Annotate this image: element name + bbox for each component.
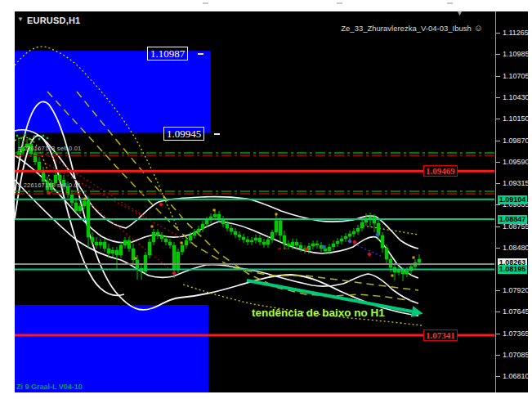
signal-dot-icon xyxy=(38,138,41,141)
axis-price-label: 1.09870 xyxy=(503,137,530,145)
indicator-name-label: Ze_33_Zhuravlerezka_V-04-03_Ibush☺ xyxy=(341,23,483,33)
range-bottom-tick xyxy=(214,133,220,135)
axis-price-label: 1.10150 xyxy=(503,114,530,123)
signal-marker-icon xyxy=(213,209,216,212)
bb-lower-curve xyxy=(15,180,418,303)
candles xyxy=(17,137,421,281)
axis-level-price-tag: 1.08847 xyxy=(498,215,527,224)
axis-level-price-tag: 1.09104 xyxy=(498,195,527,204)
trend-annotation-text[interactable]: tendência de baixo no H1 xyxy=(252,307,385,319)
indicator-name-text: Ze_33_Zhuravlerezka_V-04-03_Ibush xyxy=(341,24,472,33)
sell-marker-icon xyxy=(352,240,357,244)
axis-price-label: 1.06810 xyxy=(503,372,530,380)
resistance-price-label[interactable]: 1.09469 xyxy=(423,165,458,177)
chart-shift-marker-icon[interactable]: ▼ xyxy=(456,9,463,17)
axis-tick-mark xyxy=(496,183,500,184)
signal-marker-icon xyxy=(84,198,87,200)
axis-tick-mark xyxy=(496,355,500,356)
price-axis-separator xyxy=(495,11,496,392)
axis-tick-mark xyxy=(496,162,500,163)
trade-label: # 226167113 sell 0.01 xyxy=(18,145,81,152)
axis-price-label: 1.08480 xyxy=(503,244,530,252)
sell-marker-icon xyxy=(159,202,163,207)
buy-marker-icon xyxy=(347,239,352,244)
signal-dot-icon xyxy=(20,137,23,140)
axis-price-label: 1.07365 xyxy=(503,330,530,338)
axis-tick-mark xyxy=(496,97,500,98)
axis-price-label: 1.07920 xyxy=(503,286,530,294)
signal-dot-icon xyxy=(25,134,27,137)
signal-marker-icon xyxy=(275,213,278,216)
signal-marker-icon xyxy=(391,275,394,277)
axis-tick-mark xyxy=(496,290,500,291)
signal-dot-icon xyxy=(16,135,19,137)
signal-marker-icon xyxy=(181,242,183,244)
axis-tick-mark xyxy=(496,226,500,227)
signal-dot-icon xyxy=(42,135,45,137)
axis-tick-mark xyxy=(496,54,500,55)
range-bottom-price-label[interactable]: 1.09945 xyxy=(163,127,204,141)
support-price-label[interactable]: 1.07341 xyxy=(423,330,458,341)
axis-tick-mark xyxy=(496,119,500,119)
range-top-tick xyxy=(198,53,203,55)
mt4-chart-window: ▼ EURUSD,H1 Ze_33_Zhuravlerezka_V-04-03_… xyxy=(0,0,532,399)
axis-tick-mark xyxy=(496,204,500,205)
signal-dot-icon xyxy=(47,137,49,140)
symbol-timeframe-label: EURUSD,H1 xyxy=(27,16,80,25)
axis-price-label: 1.07085 xyxy=(503,351,530,359)
trade-label: # 226167118 sell 0.01 xyxy=(18,182,81,189)
signal-marker-icon xyxy=(413,257,415,259)
range-top-price-label[interactable]: 1.10987 xyxy=(147,47,188,61)
indicator-watermark: Zi 9 Graal-L V04-10 xyxy=(16,383,83,391)
sell-marker-icon xyxy=(367,252,372,257)
axis-price-label: 1.11265 xyxy=(503,29,529,37)
axis-tick-mark xyxy=(496,312,500,312)
axis-tick-mark xyxy=(496,33,500,34)
axis-tick-mark xyxy=(496,141,500,141)
signal-dot-icon xyxy=(34,136,36,138)
axis-tick-mark xyxy=(496,76,500,77)
signal-dot-icon xyxy=(29,138,31,141)
axis-price-label: 1.07645 xyxy=(503,307,530,316)
bottom-rectangle[interactable] xyxy=(15,305,208,392)
range-rectangle[interactable] xyxy=(15,51,211,132)
axis-level-price-tag: 1.08195 xyxy=(498,265,527,274)
axis-tick-mark xyxy=(496,376,500,377)
axis-price-label: 1.09590 xyxy=(503,158,530,166)
axis-price-label: 1.10705 xyxy=(503,72,530,80)
smiley-icon: ☺ xyxy=(474,23,483,33)
signal-marker-icon xyxy=(135,258,137,260)
wide-band-inner-curve xyxy=(15,136,124,296)
axis-price-label: 1.10985 xyxy=(503,50,530,58)
axis-price-label: 1.09315 xyxy=(503,179,530,187)
axis-tick-mark xyxy=(496,248,500,249)
axis-price-label: 1.10430 xyxy=(503,93,530,101)
axis-tick-mark xyxy=(496,334,500,334)
symbol-dropdown-icon: ▼ xyxy=(17,16,24,23)
signal-marker-icon xyxy=(151,226,154,228)
